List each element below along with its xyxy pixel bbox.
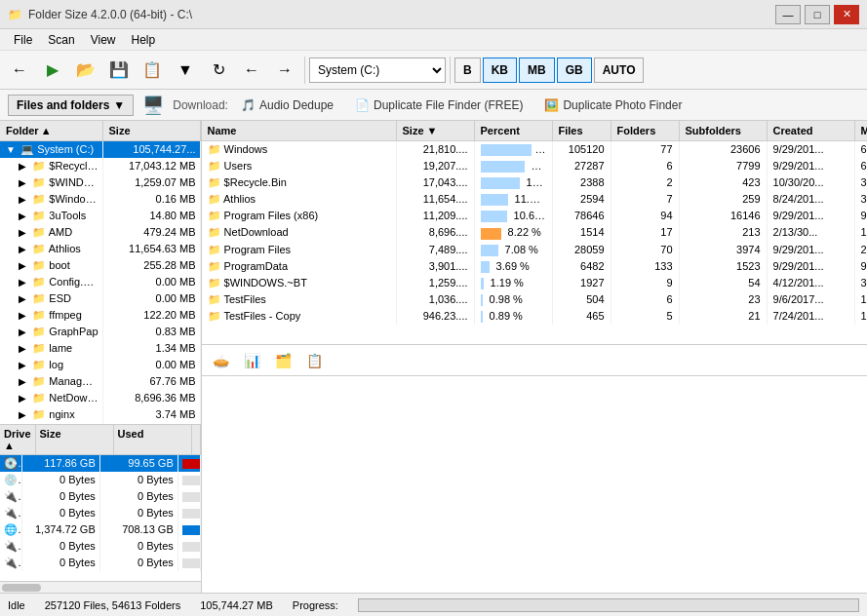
drive-row[interactable]: 🔌 USB Drive (K:) 0 Bytes 0 Bytes (0, 555, 201, 571)
list-col-created[interactable]: Created (768, 121, 855, 140)
filter-button[interactable]: ▼ (170, 55, 201, 86)
mb-button[interactable]: MB (519, 58, 555, 83)
duplicate-file-link[interactable]: 📄 Duplicate File Finder (FREE) (346, 96, 532, 115)
refresh-button[interactable]: ↻ (203, 55, 234, 86)
tree-row-root[interactable]: ▼ 💻 System (C:) 105,744.27... (0, 141, 201, 158)
list-row[interactable]: 📁 Users 19,207.... 18.16 % 27287 6 7799 … (202, 158, 867, 174)
tree-row[interactable]: ▶ 📁 GraphPap 0.83 MB (0, 324, 201, 340)
files-folders-button[interactable]: Files and folders ▼ (8, 95, 134, 116)
list-col-size[interactable]: Size ▼ (397, 121, 475, 140)
expander[interactable]: ▶ (16, 360, 29, 370)
list-col-name[interactable]: Name (202, 121, 397, 140)
tree-row[interactable]: ▶ 📁 log 0.00 MB (0, 357, 201, 373)
list-row[interactable]: 📁 TestFiles 1,036.... 0.98 % 504 6 23 9/… (202, 291, 867, 308)
list-row[interactable]: 📁 $WINDOWS.~BT 1,259.... 1.19 % 1927 9 5… (202, 275, 867, 291)
menu-scan[interactable]: Scan (40, 31, 82, 49)
tree-row[interactable]: ▶ 📁 3uTools 14.80 MB (0, 208, 201, 224)
tree-row[interactable]: ▶ 📁 Config.Msi 0.00 MB (0, 274, 201, 290)
drive-col-used[interactable]: Used (114, 425, 192, 454)
copy-button[interactable]: 📋 (137, 55, 168, 86)
expander[interactable]: ▶ (16, 177, 29, 188)
drive-row[interactable]: 💿 DVD RW Drive ... 0 Bytes 0 Bytes (0, 472, 201, 488)
expander[interactable]: ▶ (16, 293, 29, 304)
save-button[interactable]: 💾 (103, 55, 135, 86)
chart-btn4[interactable]: 📋 (303, 349, 327, 372)
maximize-button[interactable]: □ (805, 5, 830, 24)
list-col-modified[interactable]: Modif... (855, 121, 867, 140)
drive-row[interactable]: 🔌 USB Drive (H:) 0 Bytes 0 Bytes (0, 505, 201, 521)
chart-btn1[interactable]: 🥧 (210, 349, 233, 372)
list-row[interactable]: 📁 NetDownload 8,696.... 8.22 % 1514 17 2… (202, 224, 867, 241)
next-button[interactable]: → (269, 55, 300, 86)
expander[interactable]: ▶ (16, 409, 29, 420)
expander[interactable]: ▶ (16, 277, 29, 288)
expander[interactable]: ▶ (16, 310, 29, 321)
tree-col-size[interactable]: Size (103, 121, 201, 140)
drive-col-size[interactable]: Size (36, 425, 114, 454)
list-col-percent[interactable]: Percent (475, 121, 553, 140)
expander[interactable]: ▶ (16, 327, 29, 337)
drive-select[interactable]: System (C:) DVD RW Drive USB Drive (G:) (309, 58, 446, 83)
drive-panel[interactable]: Drive ▲ Size Used 💽 System (C:) 117.86 G… (0, 425, 201, 581)
expander[interactable]: ▶ (16, 376, 29, 387)
close-button[interactable]: ✕ (834, 5, 859, 24)
file-tree[interactable]: Folder ▲ Size ▼ 💻 System (C:) 105,744.27… (0, 121, 201, 425)
expander[interactable]: ▶ (16, 211, 29, 221)
auto-button[interactable]: AUTO (594, 58, 645, 83)
tree-row[interactable]: ▶ 📁 AMD 479.24 MB (0, 224, 201, 241)
file-list[interactable]: Name Size ▼ Percent Files Folders Subfol… (202, 121, 867, 345)
list-col-subfolders[interactable]: Subfolders (680, 121, 768, 140)
list-row[interactable]: 📁 ProgramData 3,901.... 3.69 % 6482 133 … (202, 258, 867, 275)
kb-button[interactable]: KB (483, 58, 517, 83)
tree-row[interactable]: ▶ 📁 ffmpeg 122.20 MB (0, 307, 201, 324)
list-row[interactable]: 📁 Program Files (x86) 11,209.... 10.6 % … (202, 208, 867, 224)
menu-file[interactable]: File (6, 31, 40, 49)
list-row[interactable]: 📁 $Recycle.Bin 17,043.... 16.12 % 2388 2… (202, 174, 867, 191)
list-row[interactable]: 📁 TestFiles - Copy 946.23.... 0.89 % 465… (202, 308, 867, 325)
expander[interactable]: ▶ (16, 393, 29, 404)
expander[interactable]: ▶ (16, 194, 29, 205)
chart-btn3[interactable]: 🗂️ (272, 349, 296, 372)
scroll-thumb[interactable] (2, 584, 41, 592)
expander[interactable]: ▶ (16, 260, 29, 271)
list-row[interactable]: 📁 Windows 21,810.... 20.63 % 105120 77 2… (202, 141, 867, 158)
chart-btn2[interactable]: 📊 (241, 349, 264, 372)
tree-row[interactable]: ▶ 📁 lame 1.34 MB (0, 340, 201, 357)
tree-row[interactable]: ▶ 📁 nginx 3.74 MB (0, 406, 201, 423)
tree-row[interactable]: ▶ 📁 NetDownload 8,696.36 MB (0, 390, 201, 406)
drive-row[interactable]: 💽 System (C:) 117.86 GB 99.65 GB (0, 455, 201, 472)
list-col-files[interactable]: Files (553, 121, 611, 140)
minimize-button[interactable]: — (775, 5, 801, 24)
tree-row[interactable]: ▶ 📁 ManageEngine 67.76 MB (0, 373, 201, 390)
expander[interactable]: ▶ (16, 227, 29, 238)
audio-dedupe-link[interactable]: 🎵 Audio Dedupe (232, 96, 342, 115)
expander[interactable]: ▶ (16, 161, 29, 172)
tree-row[interactable]: ▶ 📁 $WINDOWS.~BT 1,259.07 MB (0, 174, 201, 191)
drive-row[interactable]: 🔌 USB Drive (G:) 0 Bytes 0 Bytes (0, 488, 201, 505)
drive-row[interactable]: 🌐 i (\\Blackbox) (I:) 1,374.72 GB 708.13… (0, 521, 201, 538)
tree-col-folder[interactable]: Folder ▲ (0, 121, 103, 140)
gb-button[interactable]: GB (557, 58, 592, 83)
tree-row[interactable]: ▶ 📁 ESD 0.00 MB (0, 290, 201, 307)
tree-row[interactable]: ▶ 📁 Athlios 11,654.63 MB (0, 241, 201, 257)
menu-help[interactable]: Help (124, 31, 164, 49)
tree-row[interactable]: ▶ 📁 $Windows.~WS 0.16 MB (0, 191, 201, 208)
expander[interactable]: ▶ (16, 244, 29, 254)
back-button[interactable]: ← (4, 55, 35, 86)
drive-row[interactable]: 🔌 USB Drive (J:) 0 Bytes 0 Bytes (0, 538, 201, 555)
scan-button[interactable]: ▶ (37, 55, 68, 86)
list-col-folders[interactable]: Folders (611, 121, 680, 140)
b-button[interactable]: B (454, 58, 481, 83)
duplicate-photo-link[interactable]: 🖼️ Duplicate Photo Finder (535, 96, 690, 115)
toolbar2-icon1[interactable]: 🖥️ (138, 90, 169, 121)
expander[interactable]: ▶ (16, 343, 29, 354)
open-folder-button[interactable]: 📂 (70, 55, 101, 86)
drive-col-drive[interactable]: Drive ▲ (0, 425, 36, 454)
list-row[interactable]: 📁 Program Files 7,489.... 7.08 % 28059 7… (202, 242, 867, 258)
tree-row[interactable]: ▶ 📁 boot 255.28 MB (0, 257, 201, 274)
menu-view[interactable]: View (83, 31, 124, 49)
tree-row[interactable]: ▶ 📁 $Recycle.Bin 17,043.12 MB (0, 158, 201, 174)
prev-button[interactable]: ← (236, 55, 267, 86)
list-row[interactable]: 📁 Athlios 11,654.... 11.02 % 2594 7 259 … (202, 191, 867, 208)
bottom-scrollbar[interactable] (0, 581, 201, 593)
